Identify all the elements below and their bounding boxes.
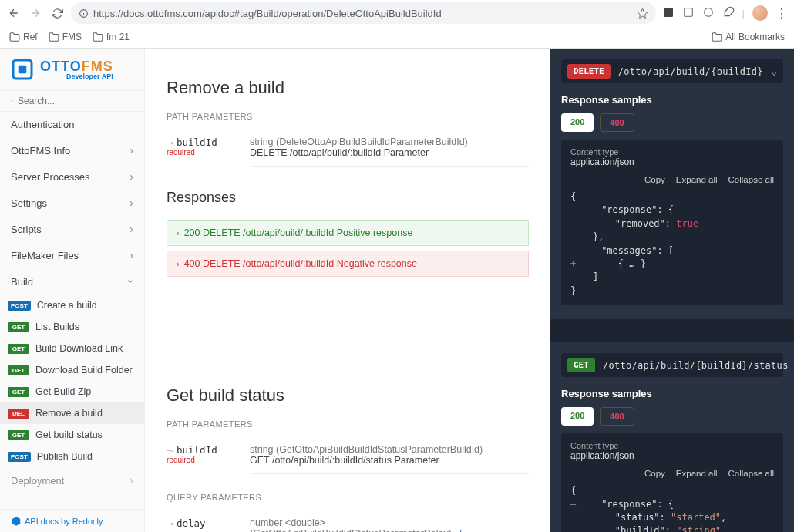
search-bar[interactable] bbox=[0, 90, 144, 112]
search-input[interactable] bbox=[18, 96, 133, 106]
content: Remove a build PATH PARAMETERS ⊸buildId … bbox=[145, 49, 794, 532]
svg-rect-2 bbox=[684, 8, 692, 16]
folder-icon bbox=[9, 32, 20, 42]
right-panel[interactable]: DELETE /otto/api/build/{buildId} ⌄ Respo… bbox=[550, 49, 794, 532]
reload-button[interactable] bbox=[49, 5, 65, 21]
tab-400[interactable]: 400 bbox=[600, 407, 634, 426]
response-200[interactable]: ›200 DELETE /otto/api/build/:buildId Pos… bbox=[167, 220, 529, 246]
logo[interactable]: OTTOFMS Developer API bbox=[0, 49, 144, 90]
param-desc: number <double> (GetOttoApiBuildBuildIdS… bbox=[250, 517, 529, 532]
browser-menu-icon[interactable]: ⋮ bbox=[775, 6, 788, 21]
json-toggle-icon[interactable]: – bbox=[570, 204, 576, 215]
middle-column[interactable]: Remove a build PATH PARAMETERS ⊸buildId … bbox=[145, 49, 550, 532]
nav-download-build-folder[interactable]: GETDownload Build Folder bbox=[0, 359, 144, 381]
code-actions: Copy Expand all Collapse all bbox=[570, 175, 774, 184]
nav-create-build[interactable]: POSTCreate a build bbox=[0, 295, 144, 316]
tab-200[interactable]: 200 bbox=[561, 407, 594, 426]
sidebar-footer[interactable]: API docs by Redocly bbox=[0, 509, 144, 532]
response-tabs: 200 400 bbox=[550, 113, 794, 140]
extensions-icon[interactable] bbox=[722, 6, 735, 21]
bookmark-ref[interactable]: Ref bbox=[9, 32, 38, 42]
json-toggle-icon[interactable]: – bbox=[570, 245, 576, 256]
svg-point-3 bbox=[704, 8, 712, 16]
code-header: Content type application/json bbox=[570, 147, 774, 170]
param-arrow-icon: ⊸ bbox=[167, 446, 173, 455]
folder-icon bbox=[49, 32, 59, 42]
json-toggle-icon[interactable]: + bbox=[570, 258, 576, 269]
url-bar[interactable]: https://docs.ottofms.com/apidoc#tag/Buil… bbox=[71, 2, 656, 24]
nav-build[interactable]: Build› bbox=[0, 268, 144, 295]
chevron-right-icon: › bbox=[130, 223, 133, 235]
method-badge-delete: DELETE bbox=[567, 64, 611, 79]
bookmark-fm21[interactable]: fm 21 bbox=[93, 32, 130, 42]
json-line: "buildId": "string" bbox=[570, 524, 774, 532]
json-line: – "messages": [ bbox=[570, 244, 774, 258]
nav-scripts[interactable]: Scripts› bbox=[0, 216, 144, 242]
toolbar-icons: | ⋮ bbox=[662, 5, 788, 21]
nav-deployment[interactable]: Deployment› bbox=[0, 467, 144, 493]
response-400[interactable]: ›400 DELETE /otto/api/build/:buildId Neg… bbox=[167, 251, 529, 277]
nav-authentication[interactable]: Authentication bbox=[0, 112, 144, 137]
nav-build-download-link[interactable]: GETBuild Download Link bbox=[0, 338, 144, 359]
folder-icon bbox=[93, 32, 103, 42]
nav-remove-build[interactable]: DELRemove a build bbox=[0, 402, 144, 424]
nav-list-builds[interactable]: GETList Builds bbox=[0, 316, 144, 338]
expand-all-button[interactable]: Expand all bbox=[676, 175, 718, 184]
forward-button[interactable] bbox=[28, 5, 43, 21]
json-line: ] bbox=[570, 271, 774, 284]
redocly-icon bbox=[11, 516, 22, 527]
param-desc: string (DeleteOttoApiBuildBuildIdParamet… bbox=[250, 136, 529, 167]
code-actions: Copy Expand all Collapse all bbox=[570, 469, 774, 478]
nav-ottofms-info[interactable]: OttoFMS Info› bbox=[0, 137, 144, 163]
nav-get-build-zip[interactable]: GETGet Build Zip bbox=[0, 381, 144, 402]
json-line: – "response": { bbox=[570, 204, 774, 217]
chevron-right-icon: › bbox=[130, 474, 133, 487]
chevron-right-icon: › bbox=[130, 170, 133, 183]
bookmark-fms[interactable]: FMS bbox=[49, 32, 82, 42]
right-divider bbox=[550, 319, 794, 342]
back-button[interactable] bbox=[6, 5, 22, 21]
chevron-down-icon[interactable]: ⌄ bbox=[772, 66, 777, 77]
browser-chrome: https://docs.ottofms.com/apidoc#tag/Buil… bbox=[0, 0, 794, 49]
all-bookmarks[interactable]: All Bookmarks bbox=[712, 32, 785, 42]
json-line: { bbox=[570, 190, 774, 204]
json-line: – "response": { bbox=[570, 498, 774, 511]
param-name: ⊸buildId required bbox=[167, 136, 227, 157]
nav-settings[interactable]: Settings› bbox=[0, 190, 144, 216]
copy-button[interactable]: Copy bbox=[644, 175, 665, 184]
path-params-heading-2: PATH PARAMETERS bbox=[167, 419, 529, 429]
json-line: } bbox=[570, 285, 774, 298]
tab-400[interactable]: 400 bbox=[600, 113, 634, 132]
nav-publish-build[interactable]: POSTPublish Build bbox=[0, 446, 144, 467]
nav-filemaker-files[interactable]: FileMaker Files› bbox=[0, 242, 144, 268]
endpoint-bar-get[interactable]: GET /otto/api/build/{buildId}/status ⌄ bbox=[561, 353, 783, 377]
response-samples-heading: Response samples bbox=[550, 94, 794, 113]
ext-icon-2[interactable] bbox=[682, 6, 695, 21]
param-row-delay: ⊸delay number <double> (GetOttoApiBuildB… bbox=[167, 510, 529, 532]
json-line: { bbox=[570, 484, 774, 497]
expand-all-button[interactable]: Expand all bbox=[676, 469, 718, 478]
tab-200[interactable]: 200 bbox=[561, 113, 594, 132]
ext-icon-3[interactable] bbox=[702, 6, 715, 21]
ext-icon-1[interactable] bbox=[662, 6, 675, 21]
copy-button[interactable]: Copy bbox=[644, 469, 665, 478]
toolbar-divider: | bbox=[742, 8, 745, 19]
svg-rect-5 bbox=[19, 66, 27, 74]
collapse-all-button[interactable]: Collapse all bbox=[728, 175, 774, 184]
response-samples-heading-2: Response samples bbox=[550, 388, 794, 407]
site-info-icon bbox=[79, 8, 89, 19]
nav-get-build-status[interactable]: GETGet build status bbox=[0, 424, 144, 446]
param-name: ⊸buildId required bbox=[167, 444, 227, 464]
chevron-right-icon: › bbox=[177, 259, 180, 268]
section-title-status: Get build status bbox=[167, 386, 529, 406]
endpoint-bar-delete[interactable]: DELETE /otto/api/build/{buildId} ⌄ bbox=[561, 59, 783, 83]
response-tabs-2: 200 400 bbox=[550, 407, 794, 433]
query-params-heading: QUERY PARAMETERS bbox=[167, 493, 529, 502]
svg-point-6 bbox=[12, 100, 13, 102]
json-toggle-icon[interactable]: – bbox=[570, 499, 576, 510]
browser-toolbar: https://docs.ottofms.com/apidoc#tag/Buil… bbox=[0, 0, 794, 26]
collapse-all-button[interactable]: Collapse all bbox=[728, 469, 774, 478]
profile-avatar[interactable] bbox=[752, 5, 768, 21]
nav-server-processes[interactable]: Server Processes› bbox=[0, 163, 144, 190]
star-icon[interactable] bbox=[637, 8, 648, 19]
